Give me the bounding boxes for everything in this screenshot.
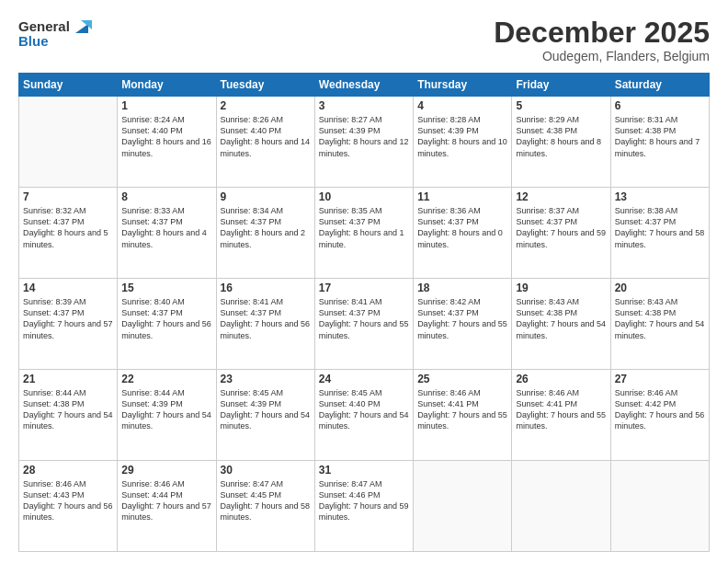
day-number: 13 <box>615 190 705 203</box>
header-wednesday: Wednesday <box>314 74 413 97</box>
cell-5-1: 28Sunrise: 8:46 AM Sunset: 4:43 PM Dayli… <box>19 461 118 552</box>
week-row-4: 21Sunrise: 8:44 AM Sunset: 4:38 PM Dayli… <box>19 370 710 461</box>
cell-info: Sunrise: 8:45 AM Sunset: 4:40 PM Dayligh… <box>319 387 409 432</box>
cell-info: Sunrise: 8:46 AM Sunset: 4:41 PM Dayligh… <box>516 387 606 432</box>
day-number: 24 <box>319 373 409 385</box>
cell-4-3: 23Sunrise: 8:45 AM Sunset: 4:39 PM Dayli… <box>216 370 314 461</box>
cell-2-4: 10Sunrise: 8:35 AM Sunset: 4:37 PM Dayli… <box>314 188 413 279</box>
cell-info: Sunrise: 8:45 AM Sunset: 4:39 PM Dayligh… <box>221 387 311 432</box>
cell-info: Sunrise: 8:29 AM Sunset: 4:38 PM Dayligh… <box>516 114 606 159</box>
day-number: 18 <box>417 282 507 294</box>
logo-icon <box>72 17 92 37</box>
cell-3-2: 15Sunrise: 8:40 AM Sunset: 4:37 PM Dayli… <box>118 279 216 370</box>
cell-info: Sunrise: 8:37 AM Sunset: 4:37 PM Dayligh… <box>516 205 606 250</box>
cell-5-7 <box>610 461 709 552</box>
title-block: December 2025 Oudegem, Flanders, Belgium <box>494 17 710 63</box>
cell-info: Sunrise: 8:47 AM Sunset: 4:46 PM Dayligh… <box>319 478 409 523</box>
cell-1-1 <box>19 97 118 188</box>
header-sunday: Sunday <box>19 74 118 97</box>
day-number: 25 <box>417 373 507 385</box>
day-number: 5 <box>516 99 606 112</box>
cell-4-7: 27Sunrise: 8:46 AM Sunset: 4:42 PM Dayli… <box>610 370 709 461</box>
day-number: 4 <box>417 99 507 112</box>
day-number: 26 <box>516 373 606 385</box>
day-number: 8 <box>121 190 211 203</box>
cell-info: Sunrise: 8:46 AM Sunset: 4:41 PM Dayligh… <box>417 387 507 432</box>
cell-5-6 <box>512 461 610 552</box>
day-number: 6 <box>615 99 705 112</box>
cell-1-3: 2Sunrise: 8:26 AM Sunset: 4:40 PM Daylig… <box>216 97 314 188</box>
cell-5-4: 31Sunrise: 8:47 AM Sunset: 4:46 PM Dayli… <box>314 461 413 552</box>
cell-1-4: 3Sunrise: 8:27 AM Sunset: 4:39 PM Daylig… <box>314 97 413 188</box>
cell-info: Sunrise: 8:43 AM Sunset: 4:38 PM Dayligh… <box>615 296 705 341</box>
cell-info: Sunrise: 8:44 AM Sunset: 4:39 PM Dayligh… <box>121 387 211 432</box>
day-number: 27 <box>615 373 705 385</box>
cell-info: Sunrise: 8:32 AM Sunset: 4:37 PM Dayligh… <box>23 205 113 250</box>
day-number: 10 <box>319 190 409 203</box>
cell-info: Sunrise: 8:41 AM Sunset: 4:37 PM Dayligh… <box>319 296 409 341</box>
weekday-header-row: Sunday Monday Tuesday Wednesday Thursday… <box>19 74 710 97</box>
logo-blue: Blue <box>18 33 49 50</box>
cell-3-6: 19Sunrise: 8:43 AM Sunset: 4:38 PM Dayli… <box>512 279 610 370</box>
cell-info: Sunrise: 8:46 AM Sunset: 4:43 PM Dayligh… <box>23 478 113 523</box>
week-row-1: 1Sunrise: 8:24 AM Sunset: 4:40 PM Daylig… <box>19 97 710 188</box>
day-number: 28 <box>23 464 113 477</box>
cell-5-5 <box>414 461 512 552</box>
location-subtitle: Oudegem, Flanders, Belgium <box>494 49 710 63</box>
cell-4-1: 21Sunrise: 8:44 AM Sunset: 4:38 PM Dayli… <box>19 370 118 461</box>
month-title: December 2025 <box>494 17 710 49</box>
cell-info: Sunrise: 8:40 AM Sunset: 4:37 PM Dayligh… <box>121 296 211 341</box>
day-number: 14 <box>23 282 113 294</box>
day-number: 20 <box>615 282 705 294</box>
header-saturday: Saturday <box>610 74 709 97</box>
day-number: 15 <box>121 282 211 294</box>
cell-info: Sunrise: 8:41 AM Sunset: 4:37 PM Dayligh… <box>221 296 311 341</box>
cell-info: Sunrise: 8:33 AM Sunset: 4:37 PM Dayligh… <box>121 205 211 250</box>
cell-2-5: 11Sunrise: 8:36 AM Sunset: 4:37 PM Dayli… <box>414 188 512 279</box>
day-number: 22 <box>121 373 211 385</box>
cell-4-6: 26Sunrise: 8:46 AM Sunset: 4:41 PM Dayli… <box>512 370 610 461</box>
cell-info: Sunrise: 8:38 AM Sunset: 4:37 PM Dayligh… <box>615 205 705 250</box>
cell-5-2: 29Sunrise: 8:46 AM Sunset: 4:44 PM Dayli… <box>118 461 216 552</box>
cell-1-2: 1Sunrise: 8:24 AM Sunset: 4:40 PM Daylig… <box>118 97 216 188</box>
cell-info: Sunrise: 8:26 AM Sunset: 4:40 PM Dayligh… <box>221 114 311 159</box>
day-number: 21 <box>23 373 113 385</box>
week-row-3: 14Sunrise: 8:39 AM Sunset: 4:37 PM Dayli… <box>19 279 710 370</box>
cell-4-2: 22Sunrise: 8:44 AM Sunset: 4:39 PM Dayli… <box>118 370 216 461</box>
cell-info: Sunrise: 8:24 AM Sunset: 4:40 PM Dayligh… <box>121 114 211 159</box>
cell-info: Sunrise: 8:27 AM Sunset: 4:39 PM Dayligh… <box>319 114 409 159</box>
day-number: 11 <box>417 190 507 203</box>
day-number: 12 <box>516 190 606 203</box>
day-number: 2 <box>221 99 311 112</box>
cell-2-3: 9Sunrise: 8:34 AM Sunset: 4:37 PM Daylig… <box>216 188 314 279</box>
cell-info: Sunrise: 8:46 AM Sunset: 4:42 PM Dayligh… <box>615 387 705 432</box>
header-friday: Friday <box>512 74 610 97</box>
cell-info: Sunrise: 8:47 AM Sunset: 4:45 PM Dayligh… <box>221 478 311 523</box>
cell-4-5: 25Sunrise: 8:46 AM Sunset: 4:41 PM Dayli… <box>414 370 512 461</box>
header-tuesday: Tuesday <box>216 74 314 97</box>
header-monday: Monday <box>118 74 216 97</box>
cell-3-5: 18Sunrise: 8:42 AM Sunset: 4:37 PM Dayli… <box>414 279 512 370</box>
cell-2-2: 8Sunrise: 8:33 AM Sunset: 4:37 PM Daylig… <box>118 188 216 279</box>
cell-3-7: 20Sunrise: 8:43 AM Sunset: 4:38 PM Dayli… <box>610 279 709 370</box>
cell-1-6: 5Sunrise: 8:29 AM Sunset: 4:38 PM Daylig… <box>512 97 610 188</box>
cell-info: Sunrise: 8:31 AM Sunset: 4:38 PM Dayligh… <box>615 114 705 159</box>
day-number: 31 <box>319 464 409 477</box>
svg-marker-0 <box>75 24 88 33</box>
cell-3-3: 16Sunrise: 8:41 AM Sunset: 4:37 PM Dayli… <box>216 279 314 370</box>
cell-info: Sunrise: 8:44 AM Sunset: 4:38 PM Dayligh… <box>23 387 113 432</box>
cell-2-7: 13Sunrise: 8:38 AM Sunset: 4:37 PM Dayli… <box>610 188 709 279</box>
logo: General Blue <box>18 17 92 50</box>
week-row-5: 28Sunrise: 8:46 AM Sunset: 4:43 PM Dayli… <box>19 461 710 552</box>
cell-info: Sunrise: 8:36 AM Sunset: 4:37 PM Dayligh… <box>417 205 507 250</box>
cell-3-1: 14Sunrise: 8:39 AM Sunset: 4:37 PM Dayli… <box>19 279 118 370</box>
header: General Blue December 2025 Oudegem, Flan… <box>18 17 710 63</box>
day-number: 29 <box>121 464 211 477</box>
page: General Blue December 2025 Oudegem, Flan… <box>0 0 728 563</box>
cell-5-3: 30Sunrise: 8:47 AM Sunset: 4:45 PM Dayli… <box>216 461 314 552</box>
cell-info: Sunrise: 8:39 AM Sunset: 4:37 PM Dayligh… <box>23 296 113 341</box>
header-thursday: Thursday <box>414 74 512 97</box>
cell-1-7: 6Sunrise: 8:31 AM Sunset: 4:38 PM Daylig… <box>610 97 709 188</box>
calendar-table: Sunday Monday Tuesday Wednesday Thursday… <box>18 73 710 552</box>
cell-info: Sunrise: 8:46 AM Sunset: 4:44 PM Dayligh… <box>121 478 211 523</box>
